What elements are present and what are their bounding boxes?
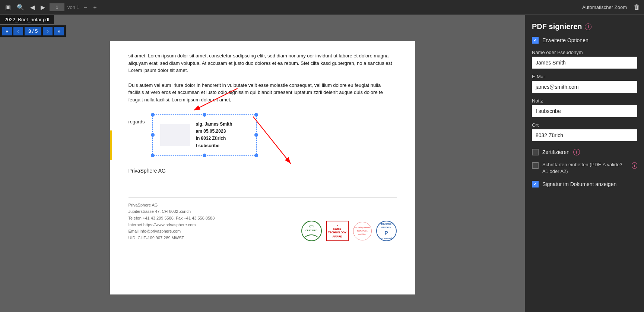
handle-bl[interactable] — [151, 154, 155, 157]
handle-tr[interactable] — [254, 113, 258, 117]
panel-title-info-icon[interactable]: i — [585, 23, 591, 30]
page-total-label: von 1 — [67, 4, 79, 10]
right-panel: PDF signieren i ✓ Erweiterte Optionen Na… — [525, 15, 644, 312]
pdf-footer: PrivaSphere AG Jupiterstrasse 47, CH-803… — [129, 197, 397, 242]
pdf-viewer[interactable]: 2022_Brief_notar.pdf « ‹ 3 / 5 › » sit a… — [0, 15, 525, 312]
page-navigation: « ‹ 3 / 5 › » — [0, 25, 66, 37]
handle-ml[interactable] — [151, 133, 155, 137]
signature-box[interactable]: sig. James Smith am 05.05.2023 in 8032 Z… — [152, 114, 257, 156]
panel-title-text: PDF signieren — [532, 22, 582, 31]
page-indicator: 3 / 5 — [25, 27, 41, 35]
email-field-label: E-Mail — [532, 74, 637, 79]
search-icon[interactable]: 🔍 — [15, 2, 26, 12]
pdf-top-text: sit amet. Lorem ipsum dolor sit amet, co… — [129, 52, 397, 74]
zertifizieren-checkbox[interactable] — [532, 149, 539, 155]
prev-page-button[interactable]: ‹ — [13, 27, 23, 35]
signatur-checkbox[interactable]: ✓ — [532, 181, 539, 187]
signature-image — [160, 124, 190, 146]
schriftarten-checkbox[interactable] — [532, 162, 539, 169]
iso-27001-logo: iso safety center ISO 27001 certified — [353, 222, 372, 240]
signatur-label: Signatur im Dokument anzeigen — [542, 181, 616, 187]
first-page-button[interactable]: « — [2, 27, 12, 35]
main-area: 2022_Brief_notar.pdf « ‹ 3 / 5 › » sit a… — [0, 15, 644, 312]
handle-bc[interactable] — [203, 154, 206, 157]
handle-mr[interactable] — [254, 133, 258, 137]
ort-field-label: Ort — [532, 122, 637, 128]
notiz-input[interactable] — [532, 105, 637, 117]
signatur-row: ✓ Signatur im Dokument anzeigen — [532, 181, 637, 187]
sig-location: in 8032 Zürich — [196, 135, 232, 142]
zoom-label: Automatischer Zoom — [582, 4, 627, 10]
footer-phone: Telefon +41 43 299 5588, Fax +41 43 558 … — [129, 215, 215, 222]
checkmark-icon: ✓ — [533, 38, 537, 43]
ort-input[interactable] — [532, 129, 637, 141]
regards-section: regards sig. James Smith — [129, 114, 397, 156]
page-number-input[interactable] — [50, 3, 64, 11]
footer-email: Email info@privasphere.com — [129, 228, 215, 235]
handle-tc[interactable] — [203, 113, 206, 117]
zoom-in-icon[interactable]: + — [92, 3, 98, 12]
handle-tl[interactable] — [151, 113, 155, 117]
schriftarten-info-icon[interactable]: i — [632, 162, 637, 169]
signature-box-wrapper[interactable]: sig. James Smith am 05.05.2023 in 8032 Z… — [152, 114, 257, 156]
name-field-label: Name oder Pseudonym — [532, 50, 637, 55]
last-page-button[interactable]: » — [54, 27, 64, 35]
sidebar-toggle-icon[interactable]: ▣ — [4, 2, 12, 12]
next-page-button[interactable]: › — [43, 27, 53, 35]
back-arrow-icon[interactable]: ◀ — [29, 2, 36, 12]
signature-text: sig. James Smith am 05.05.2023 in 8032 Z… — [196, 121, 232, 149]
erweiterte-optionen-checkbox[interactable]: ✓ — [532, 37, 539, 44]
zoom-out-icon[interactable]: − — [82, 3, 89, 12]
footer-company: PrivaSphere AG — [129, 202, 215, 209]
pdf-paragraph: Duis autem vel eum iriure dolor in hendr… — [129, 82, 397, 104]
footer-address: PrivaSphere AG Jupiterstrasse 47, CH-803… — [129, 202, 215, 242]
company-name: PrivaSphere AG — [129, 167, 397, 175]
file-tab: 2022_Brief_notar.pdf — [0, 15, 54, 24]
toolbar: ▣ 🔍 ◀ ▶ von 1 − + Automatischer Zoom 🗑 — [0, 0, 644, 15]
sig-name: sig. James Smith — [196, 121, 232, 128]
footer-logos: CTI CERTIFIED ● SWISS TECHNOLOGY AWARD i… — [301, 221, 397, 241]
signatur-checkmark-icon: ✓ — [533, 182, 537, 187]
notiz-field-label: Notiz — [532, 98, 637, 104]
panel-title: PDF signieren i — [532, 22, 637, 31]
sig-date: am 05.05.2023 — [196, 128, 232, 135]
email-input[interactable] — [532, 81, 637, 93]
zertifizieren-label: Zertifizieren — [542, 149, 570, 155]
zertifizieren-info-icon[interactable]: i — [573, 149, 580, 155]
schriftarten-row: Schriftarten einbetten (PDF-A valide? A1… — [532, 161, 637, 175]
footer-street: Jupiterstrasse 47, CH-8032 Zürich — [129, 208, 215, 215]
trash-icon[interactable]: 🗑 — [634, 3, 640, 11]
sig-note: I subscribe — [196, 142, 232, 149]
zertifizieren-row: Zertifizieren i — [532, 149, 637, 155]
erweiterte-optionen-row: ✓ Erweiterte Optionen — [532, 37, 637, 44]
pdf-page: sit amet. Lorem ipsum dolor sit amet, co… — [110, 41, 415, 294]
schriftarten-label: Schriftarten einbetten (PDF-A valide? A1… — [542, 161, 628, 175]
footer-uid: UID: CHE-109.907.289 MWST — [129, 235, 215, 242]
erweiterte-optionen-label: Erweiterte Optionen — [542, 37, 589, 43]
forward-arrow-icon[interactable]: ▶ — [39, 2, 47, 12]
trusted-privacy-logo: TRUSTED PRIVACY P eprivacyseal — [376, 221, 397, 241]
cti-certified-logo: CTI CERTIFIED — [301, 221, 322, 241]
regards-label: regards — [129, 118, 145, 126]
name-input[interactable] — [532, 57, 637, 69]
yellow-sidebar-marker — [110, 130, 112, 160]
handle-br[interactable] — [254, 154, 258, 157]
footer-web: Internet https://www.privasphere.com — [129, 222, 215, 229]
swiss-technology-award-logo: ● SWISS TECHNOLOGY AWARD — [326, 221, 349, 241]
